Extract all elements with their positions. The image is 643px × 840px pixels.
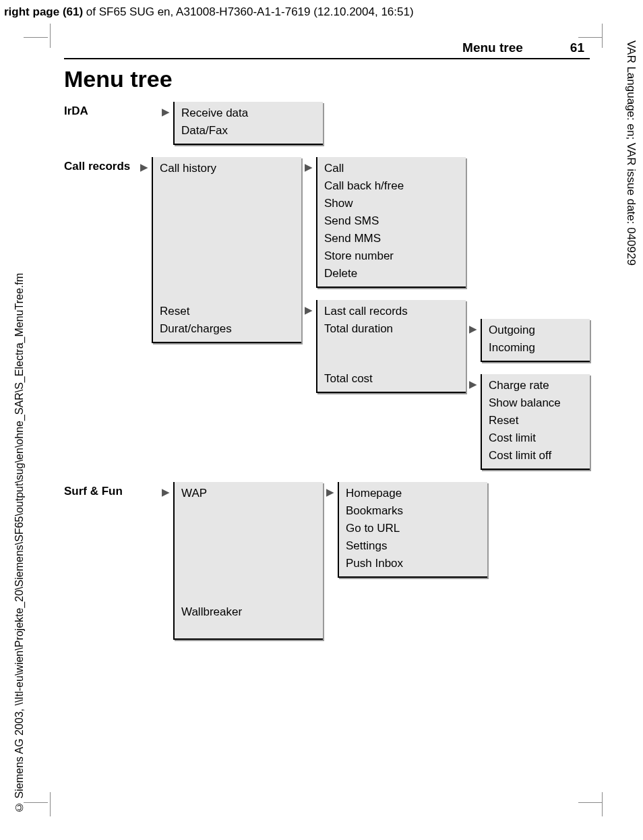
menu-item: Show balance [489,394,583,412]
arrow-icon: ▶ [466,374,481,390]
menu-item: Reset [160,303,295,320]
box-durat-sub: Last call records Total duration Total c… [316,300,466,393]
menu-item: Push Inbox [346,555,481,572]
box-total-cost-sub: Charge rate Show balance Reset Cost limi… [481,374,590,470]
label-surf-fun: Surf & Fun [64,482,158,498]
menu-item: Wallbreaker [181,603,316,621]
menu-item: Cost limit [489,429,583,447]
menu-item: Total duration [324,320,459,338]
box-wap-sub: Homepage Bookmarks Go to URL Settings Pu… [338,482,487,578]
menu-item: Store number [324,247,459,265]
box-irda: Receive data Data/Fax [173,102,323,145]
page-title: Menu tree [64,66,590,92]
menu-item: Durat/charges [160,320,295,338]
label-call-records: Call records [64,157,137,173]
menu-item: Receive data [181,104,316,122]
running-header-pagenum: 61 [570,40,584,55]
arrow-icon: ▶ [137,157,152,173]
arrow-icon: ▶ [158,102,173,118]
box-surf-fun-level2: WAP Wallbreaker [173,482,323,640]
menu-item: Settings [346,537,481,555]
arrow-icon: ▶ [158,482,173,498]
menu-item: Delete [324,265,459,282]
menu-item: Total cost [324,370,459,388]
menu-item: Show [324,195,459,212]
section-surf-fun: Surf & Fun ▶ WAP Wallbreaker ▶ Homepage … [64,482,590,640]
menu-item: Data/Fax [181,122,316,140]
menu-item: Charge rate [489,377,583,394]
menu-item: Incoming [489,339,583,357]
box-call-history-sub: Call Call back h/free Show Send SMS Send… [316,157,466,288]
menu-item: Outgoing [489,322,583,339]
label-irda: IrDA [64,102,158,118]
arrow-icon: ▶ [323,482,338,498]
menu-item: Reset [489,412,583,429]
menu-item: Call history [160,160,295,177]
top-header-rest: of SF65 SUG en, A31008-H7360-A1-1-7619 (… [83,5,414,18]
section-call-records: Call records ▶ Call history Reset Durat/… [64,157,590,470]
menu-item: Call [324,160,459,177]
box-call-records-level2: Call history Reset Durat/charges [152,157,301,343]
menu-item: Bookmarks [346,502,481,520]
box-total-duration-sub: Outgoing Incoming [481,319,590,362]
menu-item: Go to URL [346,520,481,537]
arrow-icon: ▶ [301,157,316,173]
top-header-prefix: right page (61) [4,5,83,18]
page-body: Menu tree 61 Menu tree IrDA ▶ Receive da… [64,40,590,652]
menu-item: WAP [181,485,316,502]
running-header-title: Menu tree [462,40,523,55]
menu-item: Cost limit off [489,447,583,464]
menu-item: Send SMS [324,212,459,230]
menu-item: Last call records [324,303,459,320]
menu-item: Call back h/free [324,177,459,195]
arrow-icon: ▶ [301,300,316,316]
running-header: Menu tree 61 [64,40,590,59]
menu-item: Homepage [346,485,481,502]
left-margin-text: © Siemens AG 2003, \\Itl-eu\wien\Projekt… [13,273,26,813]
menu-item: Send MMS [324,230,459,247]
section-irda: IrDA ▶ Receive data Data/Fax [64,102,590,145]
top-header: right page (61) of SF65 SUG en, A31008-H… [4,5,414,19]
arrow-icon: ▶ [466,319,481,335]
right-margin-text: VAR Language: en; VAR issue date: 040929 [624,40,638,266]
